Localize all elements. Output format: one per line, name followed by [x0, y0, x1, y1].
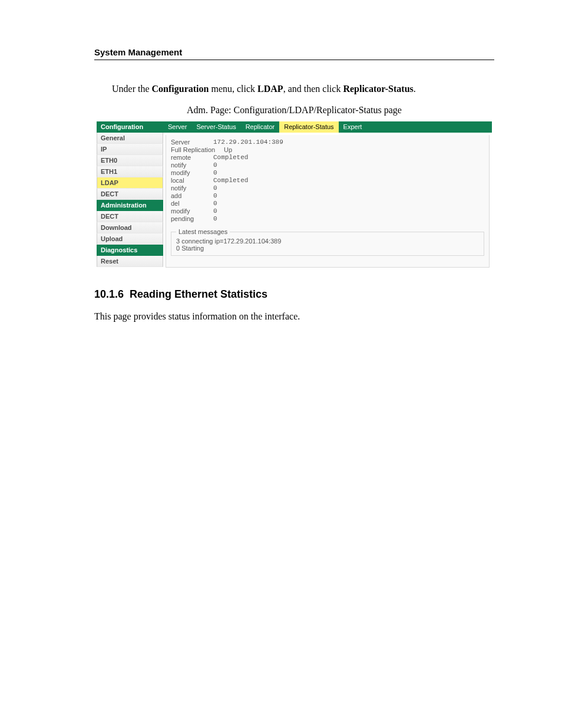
status-value: Up [224, 146, 232, 153]
tab-server-status[interactable]: Server-Status [191, 121, 240, 133]
status-key: remote [171, 154, 213, 161]
status-row: remoteCompleted [171, 154, 484, 161]
status-value: Completed [213, 177, 248, 184]
status-key: modify [171, 169, 213, 176]
text: Under the [112, 84, 152, 94]
sidebar-item-dect[interactable]: DECT [97, 189, 163, 200]
subsection-heading: 10.1.6 Reading Ethernet Statistics [94, 288, 494, 301]
status-row: notify0 [171, 185, 484, 192]
header-rule [94, 60, 494, 60]
text: . [414, 84, 416, 94]
subsection-number: 10.1.6 [94, 288, 124, 300]
status-value: 0 [213, 169, 217, 176]
sidebar-group-administration: Administration [97, 200, 163, 211]
status-key: modify [171, 207, 213, 215]
tab-bar: Server Server-Status Replicator Replicat… [163, 121, 492, 133]
sidebar-item-eth0[interactable]: ETH0 [97, 155, 163, 166]
status-value: 0 [213, 192, 217, 199]
status-row: pending0 [171, 215, 484, 222]
section-title: System Management [94, 47, 494, 57]
status-row: add0 [171, 192, 484, 199]
tab-server[interactable]: Server [163, 121, 191, 133]
status-row: notify0 [171, 162, 484, 169]
status-value: 0 [213, 215, 217, 222]
status-value: Completed [213, 154, 248, 161]
text: , and then click [283, 84, 343, 94]
menu-item-ldap: LDAP [257, 84, 283, 94]
admin-page-screenshot: Configuration General IP ETH0 ETH1 LDAP … [97, 121, 492, 268]
message-line: 3 connecting ip=172.29.201.104:389 [176, 238, 479, 245]
status-value: 172.29.201.104:389 [213, 139, 283, 146]
figure-caption: Adm. Page: Configuration/LDAP/Replicator… [94, 105, 494, 116]
status-row: del0 [171, 200, 484, 207]
tab-expert[interactable]: Expert [339, 121, 367, 133]
tab-replicator-status[interactable]: Replicator-Status [279, 121, 338, 133]
sidebar-group-diagnostics: Diagnostics [97, 245, 163, 256]
text: menu, click [209, 84, 257, 94]
sidebar-item-eth1[interactable]: ETH1 [97, 166, 163, 177]
status-key: Full Replication [171, 146, 224, 153]
status-key: del [171, 200, 213, 207]
status-row: modify0 [171, 169, 484, 176]
subsection-title: Reading Ethernet Statistics [130, 288, 267, 300]
latest-messages-box: Latest messages 3 connecting ip=172.29.2… [171, 228, 484, 256]
status-value: 0 [213, 207, 217, 215]
instruction-line: Under the Configuration menu, click LDAP… [112, 84, 494, 94]
status-key: notify [171, 185, 213, 192]
status-key: add [171, 192, 213, 199]
sidebar-item-download[interactable]: Download [97, 222, 163, 233]
status-key: local [171, 177, 213, 184]
sidebar-item-ip[interactable]: IP [97, 144, 163, 155]
subsection-body: This page provides status information on… [94, 311, 494, 322]
status-row: Full ReplicationUp [171, 146, 484, 153]
content-panel: Server172.29.201.104:389 Full Replicatio… [166, 135, 490, 268]
message-line: 0 Starting [176, 245, 479, 252]
status-key: notify [171, 162, 213, 169]
sidebar-item-ldap[interactable]: LDAP [97, 177, 163, 189]
sidebar: Configuration General IP ETH0 ETH1 LDAP … [97, 121, 163, 268]
sidebar-item-general[interactable]: General [97, 133, 163, 144]
sidebar-item-reset[interactable]: Reset [97, 256, 163, 267]
sidebar-item-upload[interactable]: Upload [97, 233, 163, 245]
status-row: Server172.29.201.104:389 [171, 139, 484, 146]
status-value: 0 [213, 200, 217, 207]
sidebar-group-configuration: Configuration [97, 121, 163, 133]
status-key: pending [171, 215, 213, 222]
sidebar-item-dect-admin[interactable]: DECT [97, 211, 163, 222]
status-value: 0 [213, 162, 217, 169]
menu-item-replicator-status: Replicator-Status [343, 84, 413, 94]
latest-messages-legend: Latest messages [176, 228, 230, 235]
status-value: 0 [213, 185, 217, 192]
status-row: modify0 [171, 207, 484, 215]
status-key: Server [171, 139, 213, 146]
menu-name: Configuration [152, 84, 209, 94]
status-row: localCompleted [171, 177, 484, 184]
main-panel: Server Server-Status Replicator Replicat… [163, 121, 492, 268]
tab-replicator[interactable]: Replicator [241, 121, 280, 133]
